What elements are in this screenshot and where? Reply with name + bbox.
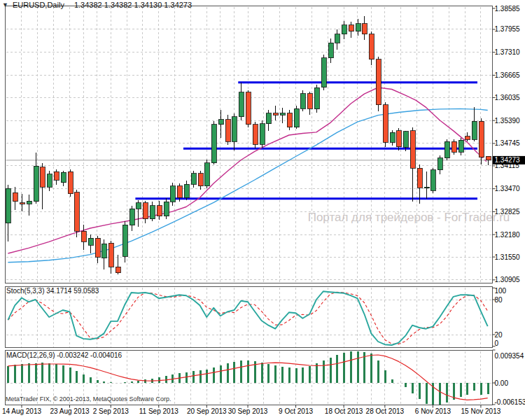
svg-text:11 Sep 2013: 11 Sep 2013 xyxy=(139,407,178,415)
svg-text:1.33470: 1.33470 xyxy=(495,185,521,192)
chart-title: ▼ EURUSD,Daily 1.34382 1.34382 1.34130 1… xyxy=(2,1,192,9)
svg-text:-0.006153: -0.006153 xyxy=(495,398,525,406)
time-axis[interactable]: 14 Aug 201323 Aug 20132 Sep 201311 Sep 2… xyxy=(2,405,501,415)
svg-text:1.37310: 1.37310 xyxy=(495,48,521,56)
svg-text:1.32180: 1.32180 xyxy=(495,231,521,239)
svg-text:20 Sep 2013: 20 Sep 2013 xyxy=(187,407,227,415)
svg-text:0.00: 0.00 xyxy=(495,379,509,387)
stochastic-indicator-label: Stoch(5,3,3) 34.1714 59.0583 xyxy=(6,287,99,295)
svg-text:1.36665: 1.36665 xyxy=(495,71,521,79)
svg-text:28 Oct 2013: 28 Oct 2013 xyxy=(366,407,405,415)
svg-text:1.38585: 1.38585 xyxy=(495,5,521,13)
symbol-period-label: EURUSD,Daily xyxy=(13,1,64,9)
svg-text:6 Nov 2013: 6 Nov 2013 xyxy=(415,407,451,415)
svg-text:0: 0 xyxy=(495,340,499,347)
svg-text:2 Sep 2013: 2 Sep 2013 xyxy=(93,407,130,415)
svg-text:100: 100 xyxy=(495,287,507,295)
svg-text:80: 80 xyxy=(495,296,503,304)
ohlc-values: 1.34382 1.34382 1.34130 1.34273 xyxy=(74,1,192,9)
macd-indicator-label: MACD(12,26,9) -0.003242 -0.004016 xyxy=(6,351,122,359)
svg-text:1.31550: 1.31550 xyxy=(495,253,521,261)
svg-text:30 Sep 2013: 30 Sep 2013 xyxy=(228,407,268,415)
svg-text:14 Aug 2013: 14 Aug 2013 xyxy=(2,407,42,415)
svg-text:1.37955: 1.37955 xyxy=(495,25,521,33)
svg-text:1.34273: 1.34273 xyxy=(495,156,521,164)
svg-text:9 Oct 2013: 9 Oct 2013 xyxy=(279,407,313,415)
svg-text:1.30905: 1.30905 xyxy=(495,276,521,284)
copyright-text: MetaTrader FIX, © 2001-2013, MetaQuotes … xyxy=(6,396,171,402)
chevron-down-icon[interactable]: ▼ xyxy=(2,1,8,9)
svg-text:0.009354: 0.009354 xyxy=(495,352,524,360)
svg-text:18 Oct 2013: 18 Oct 2013 xyxy=(325,407,363,415)
svg-text:20: 20 xyxy=(495,331,503,339)
svg-text:23 Aug 2013: 23 Aug 2013 xyxy=(50,407,90,415)
svg-text:1.32825: 1.32825 xyxy=(495,208,521,216)
svg-text:15 Nov 2013: 15 Nov 2013 xyxy=(461,407,501,415)
svg-text:1.35390: 1.35390 xyxy=(495,117,521,125)
watermark-text: Портал для трейдеров - ForTrader.ru xyxy=(308,211,510,224)
svg-text:1.36035: 1.36035 xyxy=(495,94,521,102)
mt4-chart-window: Портал для трейдеров - ForTrader.ru1.385… xyxy=(0,0,525,420)
svg-text:1.34745: 1.34745 xyxy=(495,139,521,147)
